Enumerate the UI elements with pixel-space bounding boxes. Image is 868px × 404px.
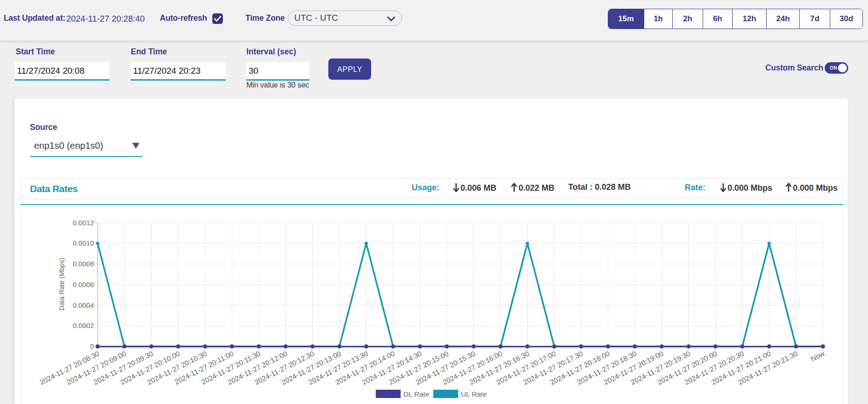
svg-text:DL Rate: DL Rate <box>403 390 429 398</box>
svg-text:0.0006: 0.0006 <box>73 281 94 288</box>
svg-text:0.0008: 0.0008 <box>73 260 94 268</box>
svg-text:0.0004: 0.0004 <box>73 301 94 309</box>
svg-text:0: 0 <box>90 342 94 350</box>
svg-text:UL Rate: UL Rate <box>461 390 487 398</box>
svg-text:0.0010: 0.0010 <box>73 239 94 247</box>
svg-text:0.0012: 0.0012 <box>73 219 94 227</box>
svg-text:Data Rate (Mbps): Data Rate (Mbps) <box>58 258 65 310</box>
svg-text:0.0002: 0.0002 <box>73 322 94 329</box>
svg-text:Now: Now <box>810 349 826 363</box>
